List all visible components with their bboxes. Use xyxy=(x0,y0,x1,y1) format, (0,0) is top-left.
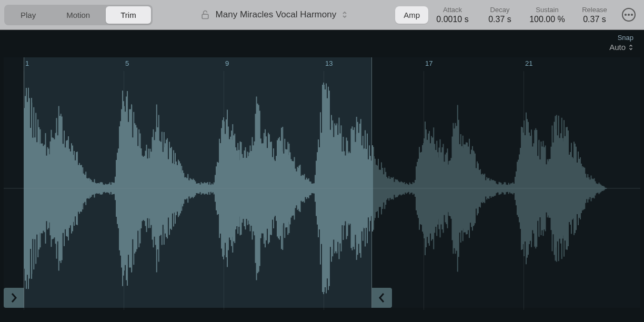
chevron-updown-icon xyxy=(341,11,348,18)
unlock-icon xyxy=(200,9,210,20)
attack-param[interactable]: Attack 0.0010 s xyxy=(435,6,470,24)
adsr-params: Attack 0.0010 s Decay 0.37 s Sustain 100… xyxy=(435,6,612,24)
snap-control[interactable]: Snap Auto xyxy=(609,34,633,52)
ellipsis-icon xyxy=(625,14,633,16)
attack-value: 0.0010 s xyxy=(435,15,470,24)
release-param[interactable]: Release 0.37 s xyxy=(577,6,612,24)
sustain-value: 100.00 % xyxy=(529,15,565,24)
chevron-left-icon xyxy=(378,292,386,304)
play-tab[interactable]: Play xyxy=(6,6,51,24)
release-label: Release xyxy=(577,6,612,14)
chevron-right-icon xyxy=(9,292,18,304)
ruler-tick: 17 xyxy=(425,59,432,67)
decay-param[interactable]: Decay 0.37 s xyxy=(482,6,518,24)
snap-label: Snap xyxy=(609,34,633,42)
sample-title: Many Miracles Vocal Harmony xyxy=(216,9,337,20)
ruler-tick: 9 xyxy=(225,59,229,67)
chevron-updown-icon xyxy=(628,44,633,51)
sample-title-area[interactable]: Many Miracles Vocal Harmony xyxy=(159,9,389,20)
decay-label: Decay xyxy=(482,6,518,14)
mode-segmented-control: Play Motion Trim xyxy=(4,5,153,25)
motion-tab[interactable]: Motion xyxy=(52,6,105,24)
trim-tab[interactable]: Trim xyxy=(106,6,150,24)
sustain-param[interactable]: Sustain 100.00 % xyxy=(529,6,565,24)
sustain-label: Sustain xyxy=(529,6,565,14)
attack-label: Attack xyxy=(435,6,470,14)
more-menu-button[interactable] xyxy=(622,8,636,22)
toolbar: Play Motion Trim Many Miracles Vocal Har… xyxy=(0,0,644,30)
release-value: 0.37 s xyxy=(577,15,612,24)
decay-value: 0.37 s xyxy=(482,15,518,24)
waveform-editor[interactable]: 159131721 xyxy=(4,57,640,308)
trim-start-handle[interactable] xyxy=(4,288,24,308)
ruler-tick: 21 xyxy=(525,59,532,67)
snap-value: Auto xyxy=(609,43,633,52)
svg-rect-0 xyxy=(202,14,208,18)
amp-button[interactable]: Amp xyxy=(395,6,428,24)
ruler-tick: 5 xyxy=(125,59,129,67)
ruler-tick: 1 xyxy=(25,59,29,67)
beat-ruler: 159131721 xyxy=(4,59,640,69)
ruler-tick: 13 xyxy=(325,59,333,67)
waveform-display xyxy=(4,69,640,308)
trim-end-handle[interactable] xyxy=(372,288,392,308)
